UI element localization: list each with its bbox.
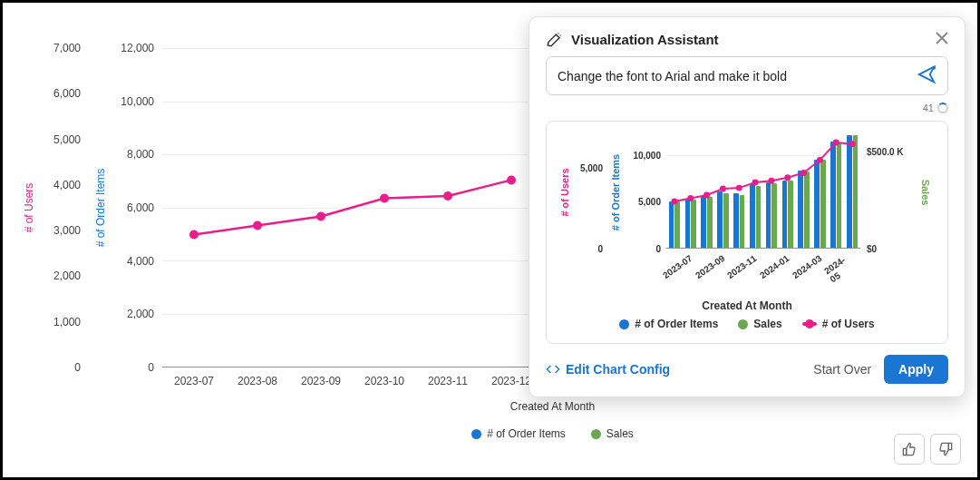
legend-label: # of Order Items xyxy=(635,318,718,330)
svg-point-14 xyxy=(784,174,791,181)
send-icon[interactable] xyxy=(917,64,936,87)
svg-point-7 xyxy=(671,199,677,205)
legend-item: # of Order Items xyxy=(619,318,718,330)
prompt-text: Change the font to Arial and make it bol… xyxy=(558,69,787,83)
preview-chart-card: # of Users 05,000 # of Order Items 05,00… xyxy=(546,121,948,344)
svg-point-18 xyxy=(849,141,856,147)
svg-point-0 xyxy=(189,230,199,240)
swatch-icon xyxy=(471,429,481,439)
legend-item: # of Order Items xyxy=(471,427,566,440)
svg-point-12 xyxy=(752,179,759,185)
svg-point-4 xyxy=(443,191,452,201)
svg-point-15 xyxy=(800,170,807,176)
swatch-icon xyxy=(802,322,817,326)
wand-icon xyxy=(546,32,562,48)
svg-point-13 xyxy=(768,178,774,184)
thumbs-up-icon xyxy=(902,442,917,456)
svg-point-17 xyxy=(833,140,839,146)
legend-item: Sales xyxy=(591,427,634,440)
mini-legend: # of Order Items Sales # of Users xyxy=(559,318,935,330)
y-axis-users-label: # of Users xyxy=(23,183,35,233)
legend-label: Sales xyxy=(753,318,781,330)
mini-y-sales-label: Sales xyxy=(920,180,931,206)
svg-point-16 xyxy=(817,157,823,163)
start-over-button[interactable]: Start Over xyxy=(813,362,871,377)
panel-footer: Edit Chart Config Start Over Apply xyxy=(546,355,948,384)
swatch-icon xyxy=(591,429,601,439)
close-icon[interactable] xyxy=(936,30,948,49)
mini-y-sales-ticks: $500.0 K $0 xyxy=(867,136,917,249)
edit-chart-config-link[interactable]: Edit Chart Config xyxy=(546,362,670,377)
legend-label: # of Users xyxy=(822,318,875,330)
svg-point-6 xyxy=(933,67,935,69)
mini-plot-area xyxy=(666,136,860,249)
thumbs-down-button[interactable] xyxy=(930,434,961,465)
svg-point-10 xyxy=(720,186,726,192)
legend-item: # of Users xyxy=(802,318,875,330)
mini-x-title: Created At Month xyxy=(559,299,935,312)
svg-point-11 xyxy=(736,185,742,191)
main-legend: # of Order Items Sales xyxy=(162,427,943,440)
code-icon xyxy=(546,362,560,377)
counter-row: 41 xyxy=(546,103,948,113)
visualization-assistant-panel: Visualization Assistant Change the font … xyxy=(529,16,965,397)
svg-point-9 xyxy=(703,192,710,199)
apply-button[interactable]: Apply xyxy=(884,355,948,384)
mini-x-labels: 2023-072023-092023-112024-012024-032024-… xyxy=(666,252,860,281)
mini-y-users-ticks: 05,000 xyxy=(574,136,603,249)
svg-point-8 xyxy=(687,195,694,201)
swatch-icon xyxy=(738,319,748,329)
counter: 41 xyxy=(923,103,934,113)
thumbs-down-icon xyxy=(938,442,953,456)
mini-chart: # of Users 05,000 # of Order Items 05,00… xyxy=(559,131,935,312)
thumbs-up-button[interactable] xyxy=(894,434,925,465)
mini-y-users-label: # of Users xyxy=(559,168,570,216)
panel-title: Visualization Assistant xyxy=(571,32,719,47)
prompt-input[interactable]: Change the font to Arial and make it bol… xyxy=(546,56,948,95)
x-axis-title: Created At Month xyxy=(162,400,943,413)
legend-label: Sales xyxy=(606,427,634,440)
swatch-icon xyxy=(619,319,629,329)
mini-y-items-ticks: 05,00010,000 xyxy=(625,136,661,249)
y-axis-users-ticks: 01,0002,0003,0004,0005,0006,0007,000 xyxy=(43,48,81,367)
y-axis-items-ticks: 02,0004,0006,0008,00010,00012,000 xyxy=(113,48,154,367)
legend-item: Sales xyxy=(738,318,781,330)
svg-point-2 xyxy=(316,212,325,221)
svg-point-1 xyxy=(253,221,262,230)
y-axis-items-label: # of Order Items xyxy=(94,169,107,248)
legend-label: # of Order Items xyxy=(487,427,566,440)
loading-spinner-icon xyxy=(937,103,948,113)
svg-point-5 xyxy=(507,175,516,184)
svg-point-3 xyxy=(380,193,389,202)
feedback-buttons xyxy=(894,434,961,465)
panel-header: Visualization Assistant xyxy=(546,30,948,49)
mini-y-items-label: # of Order Items xyxy=(610,154,621,230)
